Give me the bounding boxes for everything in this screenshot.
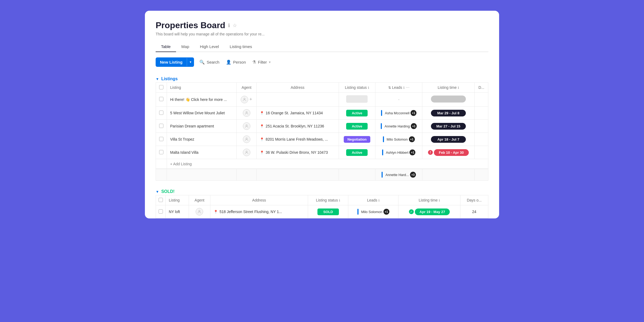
address-text: 518 Jefferson Street Flushing, NY 1... <box>219 210 282 214</box>
listings-table: Listing Agent Address Listing status ℹ ⇅… <box>156 82 488 181</box>
leads-sort-icon[interactable]: ⇅ <box>388 86 391 90</box>
sold-table: Listing Agent Address Listing status ℹ L… <box>156 195 488 218</box>
row-checkbox[interactable] <box>159 97 163 101</box>
time-info-icon[interactable]: ℹ <box>458 86 459 90</box>
person-button[interactable]: 👤 Person <box>225 57 247 67</box>
days-cell: 24 <box>460 205 488 218</box>
lead-name: Milo Solomon <box>387 137 408 141</box>
leads-info-icon[interactable]: ℹ <box>403 86 405 90</box>
add-agent-icon[interactable]: + <box>249 97 252 102</box>
nav-tabs: Table Map High Level Listing times <box>156 42 488 52</box>
tab-map[interactable]: Map <box>176 42 195 52</box>
sold-section-title: SOLD! <box>161 189 175 194</box>
listing-name[interactable]: Hi there! 👋 Click here for more ... <box>167 93 237 107</box>
summary-lead-badge: +3 <box>410 172 416 178</box>
listing-name[interactable]: Parisian Dream apartment <box>167 120 237 133</box>
agent-cell <box>236 120 256 133</box>
sold-toggle[interactable]: ▼ <box>156 190 159 194</box>
time-info-icon[interactable]: ℹ <box>439 199 440 202</box>
row-checkbox[interactable] <box>159 150 163 154</box>
row-checkbox[interactable] <box>159 137 163 141</box>
person-icon: 👤 <box>226 60 231 65</box>
days-cell <box>474 120 488 133</box>
address-text: 36 W. Pulaski Drive Bronx, NY 10473 <box>266 150 328 155</box>
status-cell[interactable]: Active <box>339 107 375 120</box>
sold-section-header: ▼ SOLD! <box>156 187 488 195</box>
add-listing-row[interactable]: + Add Listing <box>156 159 488 169</box>
new-listing-label: New Listing <box>156 57 187 67</box>
lead-bar <box>357 209 358 215</box>
status-cell[interactable]: SOLD <box>308 205 348 218</box>
header-listing-time: Listing time ℹ <box>398 195 460 205</box>
info-icon[interactable]: ℹ <box>228 23 230 28</box>
address-cell: 📍 36 W. Pulaski Drive Bronx, NY 10473 <box>257 146 339 159</box>
svg-point-2 <box>246 125 247 126</box>
header-checkbox[interactable] <box>159 198 163 202</box>
tab-listing-times[interactable]: Listing times <box>224 42 257 52</box>
status-cell <box>339 93 375 107</box>
address-cell: 📍 8201 Morris Lane Fresh Meadows, ... <box>257 133 339 146</box>
listing-name[interactable]: Malta Island Villa <box>167 146 237 159</box>
add-listing-label[interactable]: + Add Listing <box>167 159 488 169</box>
table-row: 5 West Willow Drive Mount Juliet 📍 16 Or… <box>156 107 488 120</box>
lead-count-badge: +1 <box>409 149 415 155</box>
address-text: 8201 Morris Lane Fresh Meadows, ... <box>266 137 328 141</box>
lead-bar <box>383 136 384 142</box>
header-address: Address <box>257 83 339 93</box>
status-cell[interactable]: Active <box>339 146 375 159</box>
address-cell: 📍 251 Acacia St. Brooklyn, NY 11236 <box>257 120 339 133</box>
status-info-icon[interactable]: ℹ <box>368 86 369 90</box>
listing-time-cell: Mar 27 - Jul 15 <box>422 120 475 133</box>
agent-cell <box>189 205 210 218</box>
listing-name[interactable]: NY loft <box>166 205 189 218</box>
tab-table[interactable]: Table <box>156 42 176 52</box>
leads-cell: - <box>375 93 422 107</box>
lead-bar <box>381 110 382 116</box>
lead-count-badge: +1 <box>383 209 389 215</box>
filter-more-icon[interactable]: ▾ <box>269 60 271 64</box>
listing-name[interactable]: Villa St Tropez <box>167 133 237 146</box>
svg-point-3 <box>246 138 247 139</box>
agent-avatar <box>241 96 248 103</box>
chevron-down-icon[interactable]: ▾ <box>187 58 194 66</box>
agent-avatar <box>243 122 250 130</box>
row-checkbox[interactable] <box>159 111 163 115</box>
svg-point-4 <box>246 151 247 152</box>
status-info-icon[interactable]: ℹ <box>339 199 340 202</box>
header-address: Address <box>210 195 308 205</box>
agent-avatar <box>243 136 250 143</box>
listing-name[interactable]: 5 West Willow Drive Mount Juliet <box>167 107 237 120</box>
star-icon[interactable]: ☆ <box>233 23 237 28</box>
summary-lead-name: Annette Hard... <box>385 173 409 177</box>
leads-info-icon[interactable]: ℹ <box>378 199 380 202</box>
status-cell[interactable]: Negotiation <box>339 133 375 146</box>
status-cell[interactable]: Active <box>339 120 375 133</box>
header-leads: Leads ℹ <box>348 195 398 205</box>
lead-count-badge: +1 <box>409 136 415 142</box>
listings-table-header: Listing Agent Address Listing status ℹ ⇅… <box>156 83 488 93</box>
person-label: Person <box>233 60 246 64</box>
header-listing: Listing <box>167 83 237 93</box>
listing-time-cell <box>422 93 475 107</box>
sold-table-header: Listing Agent Address Listing status ℹ L… <box>156 195 488 205</box>
listings-toggle[interactable]: ▼ <box>156 77 159 81</box>
table-row: Villa St Tropez 📍 8201 Morris Lane Fresh… <box>156 133 488 146</box>
header-listing-time: Listing time ℹ <box>422 83 475 93</box>
toolbar: New Listing ▾ 🔍 Search 👤 Person ⚗ Filter… <box>156 57 488 67</box>
leads-cell: Ashlyn Hibbert +1 <box>375 146 422 159</box>
tab-high-level[interactable]: High Level <box>195 42 224 52</box>
header-days: D... <box>474 83 488 93</box>
leads-more-icon[interactable]: ⋯ <box>406 85 409 90</box>
lead-name: Annette Harding <box>385 124 410 128</box>
new-listing-button[interactable]: New Listing ▾ <box>156 57 194 67</box>
header-leads: ⇅ Leads ℹ ⋯ <box>375 83 422 93</box>
location-pin-icon: 📍 <box>260 137 264 141</box>
header-days: Days o... <box>460 195 488 205</box>
filter-label: Filter <box>258 60 267 64</box>
row-checkbox[interactable] <box>159 209 163 214</box>
header-checkbox[interactable] <box>159 85 163 89</box>
search-button[interactable]: 🔍 Search <box>198 57 221 67</box>
table-row: Parisian Dream apartment 📍 251 Acacia St… <box>156 120 488 133</box>
row-checkbox[interactable] <box>159 124 163 128</box>
filter-button[interactable]: ⚗ Filter ▾ <box>251 57 272 67</box>
